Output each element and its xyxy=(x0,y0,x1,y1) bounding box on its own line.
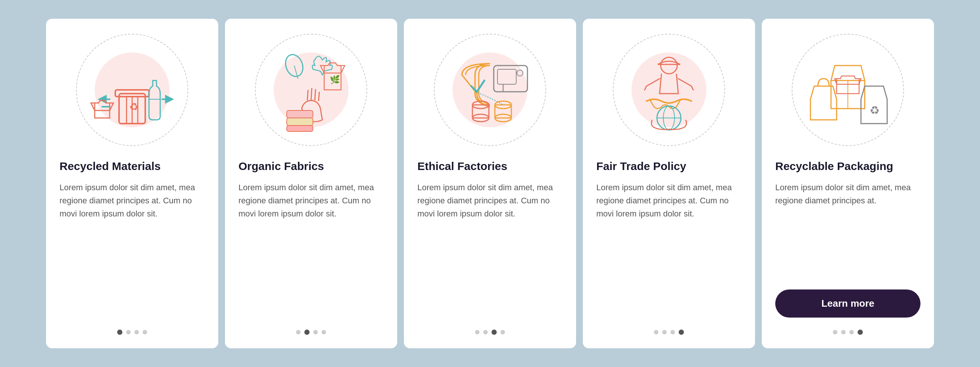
card-recyclable-packaging: ♻ Recyclable Packaging Lorem ipsum dolor… xyxy=(762,19,934,348)
svg-rect-11 xyxy=(287,118,313,126)
card-fair-trade-policy: Fair Trade Policy Lorem ipsum dolor sit … xyxy=(583,19,755,348)
dot-3[interactable] xyxy=(492,330,497,335)
svg-point-23 xyxy=(661,57,677,74)
ethical-factories-illustration xyxy=(430,30,550,150)
dot-4[interactable] xyxy=(143,330,147,334)
card-title: Recyclable Packaging xyxy=(775,159,921,173)
learn-more-button[interactable]: Learn more xyxy=(775,289,921,318)
card-organic-fabrics: 🌿 Organic Fabrics Lorem ipsum dolor sit … xyxy=(225,19,397,348)
dot-4[interactable] xyxy=(501,330,505,334)
svg-rect-21 xyxy=(495,105,511,118)
fair-trade-policy-icon xyxy=(624,45,714,135)
svg-rect-10 xyxy=(287,110,313,118)
card-ethical-factories: Ethical Factories Lorem ipsum dolor sit … xyxy=(404,19,576,348)
recycled-materials-illustration: ♻ xyxy=(72,30,192,150)
recyclable-packaging-illustration: ♻ xyxy=(788,30,908,150)
pagination-dots xyxy=(475,330,505,335)
dot-1[interactable] xyxy=(296,330,301,334)
dot-3[interactable] xyxy=(313,330,318,334)
dot-4[interactable] xyxy=(679,330,684,335)
organic-fabrics-illustration: 🌿 xyxy=(251,30,371,150)
dot-4[interactable] xyxy=(321,330,326,334)
dot-4[interactable] xyxy=(858,330,863,335)
dot-2[interactable] xyxy=(304,330,310,335)
pagination-dots xyxy=(117,330,147,335)
card-recycled-materials: ♻ xyxy=(46,19,218,348)
dot-2[interactable] xyxy=(662,330,667,334)
dot-1[interactable] xyxy=(475,330,479,334)
dot-2[interactable] xyxy=(841,330,846,334)
pagination-dots xyxy=(833,330,863,335)
fair-trade-policy-illustration xyxy=(609,30,729,150)
card-title: Organic Fabrics xyxy=(239,159,384,173)
cards-container: ♻ xyxy=(27,4,953,363)
dot-3[interactable] xyxy=(134,330,139,334)
svg-text:♻: ♻ xyxy=(870,104,880,116)
dot-1[interactable] xyxy=(833,330,837,334)
dot-1[interactable] xyxy=(117,330,123,335)
dot-3[interactable] xyxy=(850,330,854,334)
svg-rect-14 xyxy=(498,69,516,84)
organic-fabrics-icon: 🌿 xyxy=(266,45,356,135)
pagination-dots xyxy=(296,330,326,335)
dot-2[interactable] xyxy=(126,330,130,334)
card-body: Lorem ipsum dolor sit dim amet, mea regi… xyxy=(596,181,741,318)
card-title: Recycled Materials xyxy=(59,159,205,173)
dot-1[interactable] xyxy=(654,330,659,334)
svg-text:🌿: 🌿 xyxy=(330,75,340,85)
ethical-factories-icon xyxy=(445,45,535,135)
recyclable-packaging-icon: ♻ xyxy=(803,45,893,135)
card-body: Lorem ipsum dolor sit dim amet, mea regi… xyxy=(417,181,563,318)
svg-text:♻: ♻ xyxy=(129,101,138,113)
svg-rect-12 xyxy=(287,126,313,131)
svg-rect-18 xyxy=(473,105,489,118)
pagination-dots xyxy=(654,330,684,335)
card-title: Ethical Factories xyxy=(417,159,563,173)
svg-point-15 xyxy=(517,70,523,76)
dot-2[interactable] xyxy=(483,330,488,334)
dot-3[interactable] xyxy=(670,330,675,334)
card-title: Fair Trade Policy xyxy=(596,159,741,173)
recycled-materials-icon: ♻ xyxy=(87,45,177,135)
card-body: Lorem ipsum dolor sit dim amet, mea regi… xyxy=(59,181,205,318)
card-body: Lorem ipsum dolor sit dim amet, mea regi… xyxy=(775,181,921,279)
card-body: Lorem ipsum dolor sit dim amet, mea regi… xyxy=(239,181,384,318)
